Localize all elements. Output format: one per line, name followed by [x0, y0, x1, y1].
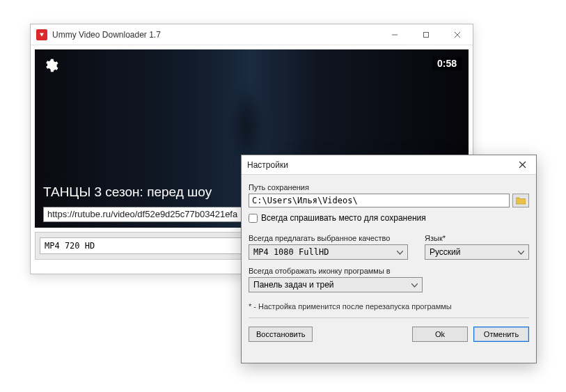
default-quality-value: MP4 1080 FullHD [253, 247, 329, 257]
window-title: Ummy Video Downloader 1.7 [52, 30, 379, 40]
quality-select-value: MP4 720 HD [45, 241, 95, 251]
titlebar: Ummy Video Downloader 1.7 [31, 24, 473, 45]
tray-value: Панель задач и трей [253, 280, 334, 290]
maximize-button[interactable] [410, 24, 441, 45]
tray-label: Всегда отображать иконку программы в [249, 267, 529, 275]
maximize-icon [423, 31, 430, 38]
restore-button[interactable]: Восстановить [249, 327, 313, 342]
dialog-titlebar: Настройки [242, 155, 536, 175]
app-icon [36, 29, 47, 40]
save-path-input[interactable]: C:\Users\Илья\Videos\ [249, 194, 510, 207]
folder-icon [516, 197, 526, 205]
cancel-button[interactable]: Отменить [473, 327, 529, 342]
close-icon [454, 31, 461, 38]
save-path-label: Путь сохранения [249, 183, 529, 191]
window-controls [379, 24, 473, 45]
settings-dialog: Настройки Путь сохранения C:\Users\Илья\… [241, 155, 537, 363]
always-ask-checkbox[interactable] [249, 214, 258, 223]
cancel-button-label: Отменить [484, 330, 519, 338]
close-icon [519, 161, 526, 168]
settings-button[interactable] [43, 58, 58, 73]
chevron-down-icon [411, 280, 418, 290]
dialog-title: Настройки [247, 160, 288, 170]
video-title: ТАНЦЫ 3 сезон: перед шоу [43, 185, 212, 200]
minimize-icon [391, 31, 398, 38]
minimize-button[interactable] [379, 24, 410, 45]
always-ask-label: Всегда спрашивать место для сохранения [261, 213, 426, 223]
tray-select[interactable]: Панель задач и трей [249, 277, 423, 292]
ok-button-label: Ok [435, 330, 445, 338]
default-quality-label: Всегда предлагать выбранное качество [249, 234, 408, 242]
close-button[interactable] [441, 24, 473, 45]
svg-rect-1 [423, 32, 428, 37]
language-value: Русский [430, 247, 461, 257]
gear-icon [43, 58, 58, 73]
language-label: Язык* [425, 234, 529, 242]
restart-note: * - Настройка применится после перезапус… [249, 302, 529, 318]
browse-folder-button[interactable] [512, 194, 529, 207]
chevron-down-icon [397, 247, 403, 257]
video-duration: 0:58 [432, 56, 462, 70]
dialog-body: Путь сохранения C:\Users\Илья\Videos\ Вс… [242, 175, 536, 349]
chevron-down-icon [518, 247, 524, 257]
restore-button-label: Восстановить [256, 330, 305, 338]
ok-button[interactable]: Ok [412, 327, 468, 342]
language-select[interactable]: Русский [425, 244, 529, 260]
dialog-close-button[interactable] [508, 155, 536, 174]
default-quality-select[interactable]: MP4 1080 FullHD [249, 244, 408, 260]
